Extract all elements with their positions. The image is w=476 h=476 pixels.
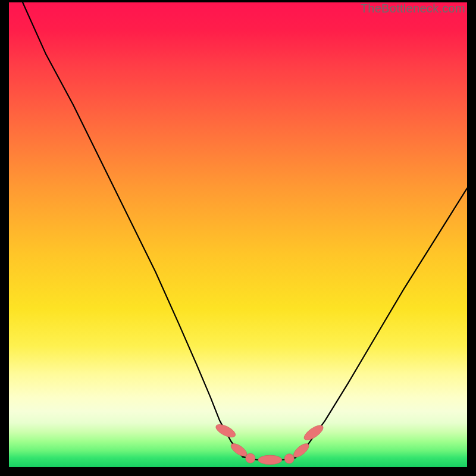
bottleneck-curve-svg [9,2,467,467]
marker-4 [284,454,294,464]
watermark-text: TheBottleneck.com [361,2,465,15]
curve-path [23,2,467,460]
curve-group [23,2,467,460]
plot-area [9,2,467,467]
marker-2 [246,453,255,463]
marker-1 [229,441,249,459]
marker-3 [258,455,282,465]
marker-6 [302,422,325,443]
chart-frame: TheBottleneck.com [0,0,476,476]
marker-0 [214,422,237,440]
marker-5 [292,441,311,460]
